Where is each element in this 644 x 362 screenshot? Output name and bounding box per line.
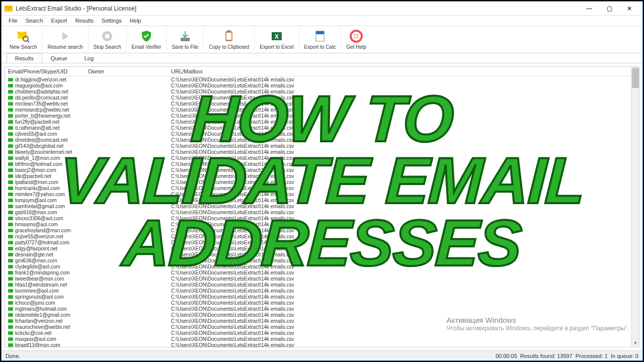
table-row[interactable]: ipatland@msn.comC:\Users\XEON\Documents\… <box>5 179 639 185</box>
email-cell: oldamobile1@gmail.com <box>15 312 88 318</box>
table-row[interactable]: vincez3306@aol.comC:\Users\XEON\Document… <box>5 215 639 221</box>
email-verifier-button[interactable]: Email Verifier <box>127 28 167 51</box>
table-row[interactable]: bjrae813@msn.comC:\Users\XEON\Documents\… <box>5 342 639 347</box>
table-row[interactable]: cjlives55@aol.comC:\Users\XEON\Documents… <box>5 131 639 137</box>
play-icon <box>58 29 72 43</box>
header-email[interactable]: Email/Phone/Skype/UID <box>5 68 88 74</box>
mail-icon <box>8 265 13 268</box>
table-row[interactable]: ide@pacbell.netC:\Users\XEON\Documents\L… <box>5 173 639 179</box>
table-row[interactable]: edgy@fairpoint.netC:\Users\XEON\Document… <box>5 245 639 251</box>
table-row[interactable]: porter_b@hesenergy.netC:\Users\XEON\Docu… <box>5 113 639 119</box>
svg-rect-5 <box>105 34 109 38</box>
menu-results[interactable]: Results <box>71 17 98 25</box>
svg-rect-8 <box>226 33 231 40</box>
email-cell: vincez3306@aol.com <box>15 216 88 221</box>
table-row[interactable]: toommee@aol.comC:\Users\XEON\Documents\L… <box>5 288 639 294</box>
table-row[interactable]: gsb918@msn.comC:\Users\XEON\Documents\Le… <box>5 209 639 215</box>
mail-icon <box>8 150 13 154</box>
email-cell: ncjive55@verizon.net <box>15 234 88 239</box>
table-row[interactable]: springonuts@aol.comC:\Users\XEON\Documen… <box>5 294 639 300</box>
mail-icon <box>8 277 13 281</box>
menu-export[interactable]: Export <box>47 17 71 25</box>
table-row[interactable]: fun2fly@pacbell.netC:\Users\XEON\Documen… <box>5 119 639 125</box>
email-cell: frank1@mindspring.com <box>15 270 88 276</box>
save-to-file-button[interactable]: Save to File <box>167 28 204 51</box>
mail-icon <box>8 319 13 323</box>
table-row[interactable]: ncjive55@verizon.netC:\Users\XEON\Docume… <box>5 233 639 239</box>
get-help-button[interactable]: Get Help <box>341 28 371 51</box>
table-row[interactable]: tweedbear@msn.comC:\Users\XEON\Documents… <box>5 276 639 282</box>
email-cell: maurochiove@webtv.net <box>15 324 88 330</box>
new-search-button[interactable]: New Search <box>5 28 42 51</box>
table-row[interactable]: hurricanlu@aol.comC:\Users\XEON\Document… <box>5 185 639 191</box>
menu-file[interactable]: File <box>5 17 22 25</box>
maximize-button[interactable]: ▢ <box>599 3 619 15</box>
email-cell: tomjoym@aol.com <box>15 198 88 203</box>
email-cell: samfontal@gmail.com <box>15 204 88 209</box>
table-row[interactable]: maxjass@aol.comC:\Users\XEON\Documents\L… <box>5 336 639 342</box>
mail-icon <box>8 217 13 220</box>
mail-icon <box>8 108 13 112</box>
tab-queue[interactable]: Queue <box>42 53 76 63</box>
url-cell: C:\Users\XEON\Documents\LetsExtract\14k … <box>171 179 294 185</box>
table-row[interactable]: gml636@msn.comC:\Users\XEON\Documents\Le… <box>5 257 639 263</box>
table-row[interactable]: hfaa1@windstream.netC:\Users\XEON\Docume… <box>5 282 639 288</box>
mail-icon <box>8 96 13 100</box>
table-row[interactable]: d.rathmann@att.netC:\Users\XEON\Document… <box>5 125 639 131</box>
email-cell: tweedbear@msn.com <box>15 276 88 282</box>
url-cell: C:\Users\XEON\Documents\LetsExtract\14k … <box>171 204 294 209</box>
table-row[interactable]: dr.higgins@verizon.netC:\Users\XEON\Docu… <box>5 76 639 82</box>
scroll-down-icon[interactable]: ▼ <box>632 340 639 347</box>
mail-icon <box>8 295 13 299</box>
table-row[interactable]: memeandcp@webtv.netC:\Users\XEON\Documen… <box>5 107 639 113</box>
menu-search[interactable]: Search <box>22 17 47 25</box>
mail-icon <box>8 144 13 148</box>
table-row[interactable]: magurgiolo@aol.comC:\Users\XEON\Document… <box>5 82 639 88</box>
mail-icon <box>8 331 13 335</box>
stop-search-button[interactable]: Stop Search <box>89 28 127 51</box>
export-excel-button[interactable]: X Export to Excel <box>255 28 299 51</box>
tab-results[interactable]: Results <box>7 53 42 63</box>
export-calc-button[interactable]: Export to Calc <box>299 28 342 51</box>
table-row[interactable]: gracehoyland@msn.comC:\Users\XEON\Docume… <box>5 227 639 233</box>
svg-text:X: X <box>275 33 279 40</box>
email-cell: basicj2@msn.com <box>15 167 88 173</box>
copy-clipboard-button[interactable]: Copy to Clipboard <box>204 28 255 51</box>
url-cell: C:\Users\XEON\Documents\LetsExtract\14k … <box>171 276 294 282</box>
email-cell: d.rathmann@att.net <box>15 125 88 131</box>
table-row[interactable]: tomjoym@aol.comC:\Users\XEON\Documents\L… <box>5 197 639 203</box>
scroll-thumb[interactable] <box>632 68 639 88</box>
table-row[interactable]: basicj2@msn.comC:\Users\XEON\Documents\L… <box>5 167 639 173</box>
menu-settings[interactable]: Settings <box>98 17 126 25</box>
table-row[interactable]: blhfmn@hotmail.comC:\Users\XEON\Document… <box>5 161 639 167</box>
table-row[interactable]: dd.perillo@comcast.netC:\Users\XEON\Docu… <box>5 95 639 101</box>
table-row[interactable]: desnain@gte.netC:\Users\XEON\Documents\L… <box>5 251 639 257</box>
status-processed: Processed: 1 <box>576 353 608 359</box>
excel-icon: X <box>270 29 284 43</box>
table-row[interactable]: bkeely@zoominternet.netC:\Users\XEON\Doc… <box>5 149 639 155</box>
header-owner[interactable]: Owner <box>88 68 171 74</box>
table-row[interactable]: clydeglide@aol.comC:\Users\XEON\Document… <box>5 263 639 269</box>
scrollbar[interactable]: ▲ ▼ <box>631 67 639 347</box>
menu-help[interactable]: Help <box>126 17 145 25</box>
close-button[interactable]: ✕ <box>619 3 639 15</box>
table-row[interactable]: wallyb_1@msn.comC:\Users\XEON\Documents\… <box>5 155 639 161</box>
table-row[interactable]: mimitex7@yahoo.comC:\Users\XEON\Document… <box>5 191 639 197</box>
table-row[interactable]: samfontal@gmail.comC:\Users\XEON\Documen… <box>5 203 639 209</box>
table-row[interactable]: ichoco@juno.comC:\Users\XEON\Documents\L… <box>5 300 639 306</box>
table-row[interactable]: gif143@sbcglobal.netC:\Users\XEON\Docume… <box>5 143 639 149</box>
table-row[interactable]: hmisams@aol.comC:\Users\XEON\Documents\L… <box>5 221 639 227</box>
shield-icon <box>139 29 153 43</box>
tab-log[interactable]: Log <box>76 53 102 63</box>
table-row[interactable]: patty0727@hotmail.comC:\Users\XEON\Docum… <box>5 239 639 245</box>
header-url[interactable]: URL/Mailbox <box>171 68 639 74</box>
table-row[interactable]: dmeldeej@comcast.netC:\Users\XEON\Docume… <box>5 137 639 143</box>
table-row[interactable]: chobbers@adelphia.netC:\Users\XEON\Docum… <box>5 88 639 95</box>
email-cell: gracehoyland@msn.com <box>15 228 88 233</box>
minimize-button[interactable]: — <box>579 3 599 15</box>
resume-search-button[interactable]: Resume search <box>42 28 88 51</box>
table-row[interactable]: mgtmars@hotmail.comC:\Users\XEON\Documen… <box>5 306 639 312</box>
table-row[interactable]: mrclean735@webtv.netC:\Users\XEON\Docume… <box>5 101 639 107</box>
table-row[interactable]: frank1@mindspring.comC:\Users\XEON\Docum… <box>5 269 639 276</box>
url-cell: C:\Users\XEON\Documents\LetsExtract\14k … <box>171 210 294 215</box>
